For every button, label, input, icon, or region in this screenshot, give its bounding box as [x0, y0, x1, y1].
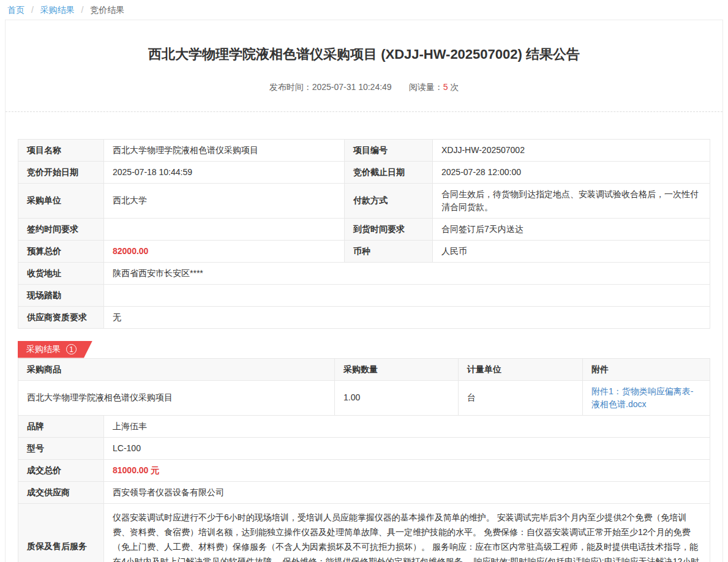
- model-value: LC-100: [104, 437, 710, 459]
- breadcrumb-separator: /: [81, 5, 84, 15]
- breadcrumb-current: 竞价结果: [90, 5, 124, 15]
- row-label: 型号: [18, 437, 104, 459]
- column-header-quantity: 采购数量: [335, 358, 459, 380]
- table-row: 质保及售后服务 仪器安装调试时应进行不少于6小时的现场培训，受培训人员应能掌握仪…: [18, 503, 710, 562]
- purchase-result-table: 采购商品 采购数量 计量单位 附件 西北大学物理学院液相色谱仪采购项目 1.00…: [18, 358, 710, 416]
- row-label: 付款方式: [345, 183, 433, 218]
- column-header-product: 采购商品: [18, 358, 335, 380]
- row-label: 采购单位: [18, 183, 104, 218]
- row-value: 合同签订后7天内送达: [433, 218, 710, 240]
- product-name-cell: 西北大学物理学院液相色谱仪采购项目: [18, 380, 335, 415]
- row-value: 人民币: [433, 240, 710, 262]
- table-header-row: 采购商品 采购数量 计量单位 附件: [18, 358, 710, 380]
- row-value: 无: [104, 306, 710, 328]
- row-label: 签约时间要求: [18, 218, 104, 240]
- budget-total-price: 82000.00: [104, 240, 345, 262]
- breadcrumb: 首页 / 采购结果 / 竞价结果: [0, 0, 728, 20]
- row-value: 2025-07-28 12:00:00: [433, 161, 710, 183]
- row-value: 西北大学物理学院液相色谱仪采购项目: [104, 139, 345, 161]
- table-row: 西北大学物理学院液相色谱仪采购项目 1.00 台 附件1：货物类响应偏离表-液相…: [18, 380, 710, 415]
- row-label: 竞价开始日期: [18, 161, 104, 183]
- row-label: 供应商资质要求: [18, 306, 104, 328]
- table-row: 签约时间要求 到货时间要求 合同签订后7天内送达: [18, 218, 710, 240]
- views-label: 阅读量：: [409, 82, 443, 92]
- table-row: 预算总价 82000.00 币种 人民币: [18, 240, 710, 262]
- table-row: 供应商资质要求 无: [18, 306, 710, 328]
- row-value: [104, 284, 710, 306]
- table-row: 竞价开始日期 2025-07-18 10:44:59 竞价截止日期 2025-0…: [18, 161, 710, 183]
- row-label: 项目名称: [18, 139, 104, 161]
- publish-info: 发布时间：2025-07-31 10:24:49阅读量：5 次: [6, 82, 722, 93]
- table-row: 现场踏勘: [18, 284, 710, 306]
- supplier-value: 西安领导者仪器设备有限公司: [104, 481, 710, 503]
- row-value: 2025-07-18 10:44:59: [104, 161, 345, 183]
- row-value: 西北大学: [104, 183, 345, 218]
- quantity-cell: 1.00: [335, 380, 459, 415]
- table-row: 项目名称 西北大学物理学院液相色谱仪采购项目 项目编号 XDJJ-HW-2025…: [18, 139, 710, 161]
- publish-time-value: 2025-07-31 10:24:49: [312, 82, 392, 92]
- purchase-result-tag-label: 采购结果: [26, 344, 61, 355]
- purchase-result-tag: 采购结果 1: [18, 341, 92, 358]
- project-info-table: 项目名称 西北大学物理学院液相色谱仪采购项目 项目编号 XDJJ-HW-2025…: [18, 139, 710, 329]
- divider: [6, 111, 722, 112]
- table-row: 型号 LC-100: [18, 437, 710, 459]
- page-title: 西北大学物理学院液相色谱仪采购项目 (XDJJ-HW-202507002) 结果…: [42, 46, 686, 64]
- attachment-link[interactable]: 附件1：货物类响应偏离表-液相色谱.docx: [591, 386, 693, 409]
- breadcrumb-home-link[interactable]: 首页: [7, 5, 24, 15]
- views-count: 5: [443, 82, 448, 92]
- publish-time-label: 发布时间：: [269, 82, 312, 92]
- row-label: 质保及售后服务: [18, 503, 104, 562]
- column-header-attachment: 附件: [583, 358, 710, 380]
- table-row: 品牌 上海伍丰: [18, 415, 710, 437]
- views-unit: 次: [450, 82, 459, 92]
- row-label: 收货地址: [18, 262, 104, 284]
- row-label: 币种: [345, 240, 433, 262]
- row-label: 品牌: [18, 415, 104, 437]
- row-label: 项目编号: [345, 139, 433, 161]
- row-label: 到货时间要求: [345, 218, 433, 240]
- row-value: 合同生效后，待货物到达指定地点、安装调试验收合格后，一次性付清合同货款。: [433, 183, 710, 218]
- row-label: 成交总价: [18, 459, 104, 481]
- attachment-cell: 附件1：货物类响应偏离表-液相色谱.docx: [583, 380, 710, 415]
- row-label: 竞价截止日期: [345, 161, 433, 183]
- unit-cell: 台: [459, 380, 583, 415]
- deal-total-price: 81000.00 元: [104, 459, 710, 481]
- row-label: 成交供应商: [18, 481, 104, 503]
- column-header-unit: 计量单位: [459, 358, 583, 380]
- breadcrumb-purchase-results-link[interactable]: 采购结果: [40, 5, 75, 15]
- row-value: 陕西省西安市长安区****: [104, 262, 710, 284]
- tag-count-badge: 1: [66, 344, 77, 354]
- brand-value: 上海伍丰: [104, 415, 710, 437]
- row-label: 预算总价: [18, 240, 104, 262]
- table-row: 收货地址 陕西省西安市长安区****: [18, 262, 710, 284]
- warranty-service-value: 仪器安装调试时应进行不少于6小时的现场培训，受培训人员应能掌握仪器的基本操作及简…: [104, 503, 710, 562]
- announcement-card: 西北大学物理学院液相色谱仪采购项目 (XDJJ-HW-202507002) 结果…: [5, 20, 723, 562]
- breadcrumb-separator: /: [31, 5, 34, 15]
- row-label: 现场踏勘: [18, 284, 104, 306]
- table-row: 成交总价 81000.00 元: [18, 459, 710, 481]
- row-value: [104, 218, 345, 240]
- deal-detail-table: 品牌 上海伍丰 型号 LC-100 成交总价 81000.00 元 成交供应商 …: [18, 415, 710, 562]
- table-row: 采购单位 西北大学 付款方式 合同生效后，待货物到达指定地点、安装调试验收合格后…: [18, 183, 710, 218]
- row-value: XDJJ-HW-202507002: [433, 139, 710, 161]
- table-row: 成交供应商 西安领导者仪器设备有限公司: [18, 481, 710, 503]
